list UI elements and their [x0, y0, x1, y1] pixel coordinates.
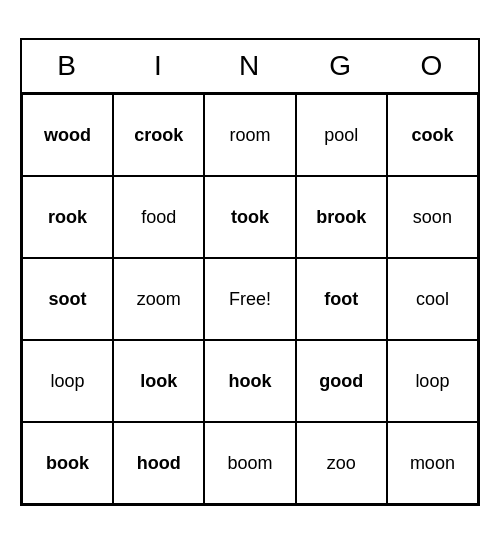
- bingo-cell-r3-c1: look: [113, 340, 204, 422]
- bingo-cell-r4-c0: book: [22, 422, 113, 504]
- bingo-cell-r1-c4: soon: [387, 176, 478, 258]
- bingo-cell-r4-c2: boom: [204, 422, 295, 504]
- header-letter: I: [113, 40, 204, 92]
- bingo-cell-r4-c3: zoo: [296, 422, 387, 504]
- bingo-cell-r2-c0: soot: [22, 258, 113, 340]
- bingo-cell-r3-c2: hook: [204, 340, 295, 422]
- bingo-cell-r4-c4: moon: [387, 422, 478, 504]
- header-letter: B: [22, 40, 113, 92]
- bingo-cell-r0-c4: cook: [387, 94, 478, 176]
- bingo-cell-r1-c2: took: [204, 176, 295, 258]
- bingo-cell-r0-c0: wood: [22, 94, 113, 176]
- bingo-cell-r2-c4: cool: [387, 258, 478, 340]
- bingo-cell-r3-c3: good: [296, 340, 387, 422]
- bingo-cell-r1-c1: food: [113, 176, 204, 258]
- bingo-cell-r2-c2: Free!: [204, 258, 295, 340]
- bingo-cell-r2-c1: zoom: [113, 258, 204, 340]
- bingo-header: BINGO: [22, 40, 478, 94]
- bingo-cell-r2-c3: foot: [296, 258, 387, 340]
- header-letter: G: [296, 40, 387, 92]
- bingo-cell-r1-c0: rook: [22, 176, 113, 258]
- bingo-grid: woodcrookroompoolcookrookfoodtookbrookso…: [22, 94, 478, 504]
- bingo-cell-r3-c0: loop: [22, 340, 113, 422]
- header-letter: N: [204, 40, 295, 92]
- bingo-card: BINGO woodcrookroompoolcookrookfoodtookb…: [20, 38, 480, 506]
- header-letter: O: [387, 40, 478, 92]
- bingo-cell-r4-c1: hood: [113, 422, 204, 504]
- bingo-cell-r0-c2: room: [204, 94, 295, 176]
- bingo-cell-r0-c3: pool: [296, 94, 387, 176]
- bingo-cell-r1-c3: brook: [296, 176, 387, 258]
- bingo-cell-r3-c4: loop: [387, 340, 478, 422]
- bingo-cell-r0-c1: crook: [113, 94, 204, 176]
